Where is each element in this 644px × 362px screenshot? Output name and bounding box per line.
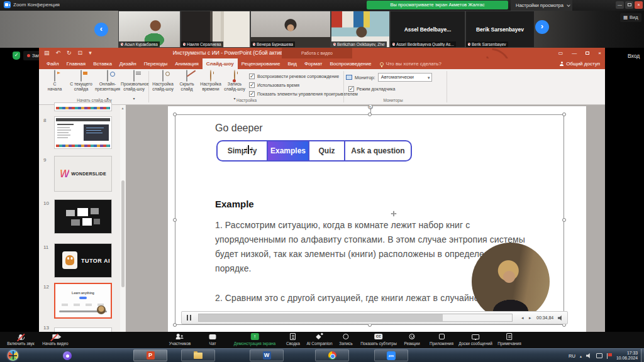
taskbar-powerpoint-button[interactable]: P	[133, 349, 167, 361]
record-button[interactable]: Запись	[339, 333, 352, 346]
minimize-button[interactable]: —	[616, 1, 624, 9]
segment-examples[interactable]: Examples	[268, 141, 309, 160]
hide-slide-button[interactable]: Скрыть слайд	[175, 70, 199, 102]
scroll-up-icon[interactable]: ▲	[121, 106, 125, 110]
rotation-handle[interactable]: ↻	[368, 105, 373, 109]
security-shield-icon[interactable]: ✓	[13, 52, 20, 60]
use-timings-checkbox[interactable]: Использовать время	[249, 80, 358, 89]
next-participants-button[interactable]: ›	[535, 20, 549, 34]
tell-me-box[interactable]: Что вы хотите сделать?	[380, 58, 441, 69]
show-desktop-button[interactable]	[641, 349, 644, 362]
share-screen-button[interactable]: Демонстрация экрана	[234, 333, 275, 346]
save-icon[interactable]: ▤	[44, 48, 50, 58]
display-tray-icon[interactable]	[596, 353, 602, 358]
taskbar-explorer-button[interactable]	[181, 349, 215, 361]
tab-design[interactable]: Дизайн	[116, 58, 140, 69]
undo-icon[interactable]: ↶	[56, 48, 61, 58]
volume-icon[interactable]	[558, 315, 564, 321]
participants-button[interactable]: Участников	[169, 333, 191, 346]
slide-thumbnail-10[interactable]	[54, 199, 112, 234]
ppt-restore-button[interactable]	[586, 48, 589, 58]
customize-qat-icon[interactable]: ▾	[89, 48, 92, 58]
captions-button[interactable]: Показать субтитры	[360, 333, 397, 346]
participant-video-2[interactable]: Наиля Сералиева	[180, 11, 250, 48]
volume-tray-icon[interactable]	[586, 353, 592, 358]
taskbar-chrome-button[interactable]	[315, 349, 349, 361]
ai-companion-button[interactable]: AI Companion	[306, 333, 332, 346]
selection-handle[interactable]	[562, 112, 566, 116]
close-button[interactable]: ×	[635, 1, 643, 9]
tray-expand-icon[interactable]: ▴	[580, 354, 582, 358]
chat-button[interactable]: Чат	[209, 333, 216, 346]
step-back-icon[interactable]: ◂	[521, 315, 524, 321]
redo-icon[interactable]: ↻	[67, 48, 72, 58]
notes-button[interactable]: Примечания	[497, 333, 521, 346]
whiteboards-button[interactable]: Доски сообщений	[458, 333, 492, 346]
presenter-mode-checkbox[interactable]: Режим докладчика	[348, 86, 395, 92]
tab-home[interactable]: Главная	[63, 58, 89, 69]
segment-quiz[interactable]: Quiz	[309, 141, 345, 160]
clock[interactable]: 17:33 10.06.2024	[616, 351, 638, 361]
view-button[interactable]: ▦ Вид	[620, 13, 641, 22]
slide-thumbnail-12-selected[interactable]: Learn anything	[54, 283, 112, 319]
tab-view[interactable]: Вид	[284, 58, 301, 69]
tab-format[interactable]: Формат	[301, 58, 326, 69]
signin-label[interactable]: Вход	[628, 53, 640, 59]
start-button[interactable]	[8, 350, 18, 361]
play-narrations-checkbox[interactable]: Воспроизвести речевое сопровождение	[249, 72, 358, 80]
ppt-close-button[interactable]: ×	[598, 48, 601, 58]
taskbar-zoom-button[interactable]: zm	[374, 349, 408, 361]
maximize-button[interactable]	[625, 1, 633, 9]
segment-simplify[interactable]: Simplify	[218, 141, 268, 160]
ppt-minimize-button[interactable]: —	[572, 48, 577, 58]
panel-scrollbar[interactable]: ▲	[120, 105, 125, 332]
progress-track[interactable]	[198, 314, 513, 322]
setup-slideshow-button[interactable]: Настройка слайд-шоу	[151, 70, 175, 102]
participant-tile-6[interactable]: Berik Sarsenbayev Berik Sarsenbayev	[465, 11, 535, 48]
show-media-controls-checkbox[interactable]: Показать элементы управления проигрывате…	[249, 89, 358, 98]
selection-handle[interactable]	[368, 112, 372, 116]
tab-insert[interactable]: Вставка	[89, 58, 116, 69]
previous-participants-button[interactable]: ‹	[94, 23, 108, 36]
slide-editing-area[interactable]: Go deeper Simplify Examples Quiz Ask a q…	[168, 106, 586, 332]
tab-transitions[interactable]: Переходы	[140, 58, 172, 69]
start-slideshow-icon[interactable]: ⊡	[78, 48, 83, 58]
scrollbar-thumb[interactable]	[121, 180, 125, 287]
alice-assistant-icon[interactable]	[63, 351, 72, 360]
participant-video-3[interactable]: Венера Бурнашева	[250, 11, 331, 48]
tab-file[interactable]: Файл	[43, 58, 63, 69]
participant-video-1[interactable]: Асыл Куракбаева	[118, 11, 180, 48]
selection-handle[interactable]	[173, 323, 177, 327]
segment-ask-question[interactable]: Ask a question	[345, 141, 411, 160]
selection-handle[interactable]	[562, 218, 566, 222]
view-settings-dropdown[interactable]: Настройки просмотра	[511, 0, 572, 11]
slide-thumbnail-8[interactable]	[54, 116, 112, 149]
tab-playback[interactable]: Воспроизведение	[326, 58, 375, 69]
language-indicator[interactable]: RU	[569, 353, 575, 359]
slide-thumbnail-7[interactable]	[54, 102, 112, 111]
participant-video-4[interactable]: Berikzhan Oxikbayev, Zhetysu...	[331, 11, 390, 48]
summary-button[interactable]: Сводка	[286, 333, 300, 346]
start-video-button[interactable]: Начать видео	[42, 333, 68, 346]
mute-button[interactable]: Включить звук	[7, 333, 34, 346]
tab-animations[interactable]: Анимация	[171, 58, 203, 69]
step-forward-icon[interactable]: ▸	[529, 315, 531, 321]
monitor-select[interactable]: Автоматически	[378, 73, 432, 82]
tab-review[interactable]: Рецензирование	[238, 58, 284, 69]
monitor-row: Монитор: Автоматически	[346, 73, 432, 82]
presenter-video-overlay[interactable]	[472, 243, 550, 321]
selection-handle[interactable]	[173, 218, 177, 222]
slide-thumbnail-11[interactable]: TUTOR AI	[54, 243, 112, 278]
apps-button[interactable]: Приложения	[430, 333, 453, 346]
reactions-button[interactable]: Реакции	[404, 333, 419, 346]
selection-handle[interactable]	[173, 112, 177, 116]
ribbon-display-options-icon[interactable]: ▭	[558, 48, 564, 58]
document-icon	[290, 333, 296, 340]
taskbar-word-button[interactable]: W	[250, 349, 284, 361]
pause-icon[interactable]	[187, 315, 191, 321]
slide-thumbnail-9[interactable]: W WONDERSLIDE	[54, 156, 112, 192]
tab-slideshow[interactable]: Слайд-шоу	[203, 58, 238, 69]
participant-tile-5[interactable]: Assel Bedelbaye... Assel Bedelbayeva Qua…	[390, 11, 465, 48]
action-center-flag-icon[interactable]	[607, 353, 612, 359]
share-button[interactable]: Общий доступ	[559, 58, 600, 69]
